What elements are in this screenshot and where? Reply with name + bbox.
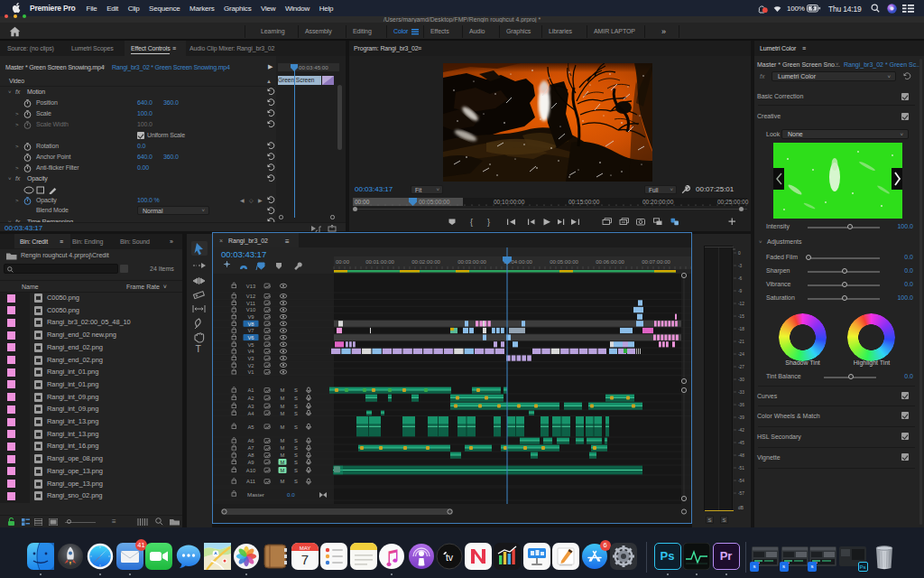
svg-text:00:05:00:00: 00:05:00:00 xyxy=(550,259,578,265)
svg-text:M: M xyxy=(281,411,285,416)
svg-text:M: M xyxy=(281,424,285,430)
svg-text:V4: V4 xyxy=(247,349,254,354)
svg-text:V7: V7 xyxy=(247,328,254,333)
svg-text:-12: -12 xyxy=(738,302,744,306)
svg-text:-33: -33 xyxy=(738,390,744,395)
svg-text:V5: V5 xyxy=(247,342,254,348)
svg-text:M: M xyxy=(281,404,285,409)
svg-text:M: M xyxy=(281,438,285,443)
svg-text:-30: -30 xyxy=(738,378,744,382)
svg-text:-48: -48 xyxy=(738,453,744,458)
svg-text:S: S xyxy=(294,479,298,484)
svg-text:A9: A9 xyxy=(247,460,254,465)
svg-text:M: M xyxy=(281,468,285,473)
svg-text:00:03:00:00: 00:03:00:00 xyxy=(457,259,486,265)
svg-text:A1: A1 xyxy=(247,387,254,393)
svg-text:00:00: 00:00 xyxy=(336,259,350,265)
svg-text:Master: Master xyxy=(247,491,264,498)
svg-text:V8: V8 xyxy=(247,322,254,327)
svg-text:V2: V2 xyxy=(247,363,254,368)
svg-text:S: S xyxy=(294,438,298,443)
svg-text:-45: -45 xyxy=(738,441,744,445)
svg-text:-42: -42 xyxy=(738,428,744,433)
svg-text:-21: -21 xyxy=(738,340,744,344)
svg-text:7: 7 xyxy=(300,552,308,567)
svg-text:-18: -18 xyxy=(738,327,744,331)
svg-text:V11: V11 xyxy=(246,301,255,306)
svg-text:A4: A4 xyxy=(247,411,254,416)
svg-text:M: M xyxy=(281,445,285,451)
svg-text:M: M xyxy=(281,387,285,393)
svg-text:}: } xyxy=(487,218,490,227)
svg-text:{: { xyxy=(470,218,473,227)
svg-text:00:07:00:00: 00:07:00:00 xyxy=(642,259,670,265)
svg-text:A6: A6 xyxy=(247,438,254,443)
svg-text:00:01:00:00: 00:01:00:00 xyxy=(365,259,394,265)
svg-text:-39: -39 xyxy=(738,415,744,420)
svg-text:0.0: 0.0 xyxy=(287,491,295,498)
svg-text:S: S xyxy=(294,411,298,416)
svg-text:S: S xyxy=(294,404,298,409)
svg-text:-24: -24 xyxy=(738,352,744,357)
svg-text:S: S xyxy=(294,396,298,401)
svg-text:V1: V1 xyxy=(247,369,254,375)
svg-text:S: S xyxy=(294,424,298,430)
svg-text:-9: -9 xyxy=(738,289,743,294)
svg-text:tv: tv xyxy=(446,552,454,563)
svg-text:S: S xyxy=(294,460,298,465)
svg-text:M: M xyxy=(281,479,285,484)
svg-text:00:02:00:00: 00:02:00:00 xyxy=(411,259,440,265)
svg-text:×: × xyxy=(219,238,223,244)
svg-text:-15: -15 xyxy=(738,314,744,319)
svg-text:A10: A10 xyxy=(246,468,255,473)
svg-text:V3: V3 xyxy=(247,356,254,361)
svg-text:A8: A8 xyxy=(247,452,254,458)
svg-text:0: 0 xyxy=(738,251,741,256)
svg-text:A2: A2 xyxy=(247,396,254,401)
svg-text:V6: V6 xyxy=(247,335,254,340)
svg-text:M: M xyxy=(281,452,285,458)
svg-text:M: M xyxy=(281,396,285,401)
svg-text:A3: A3 xyxy=(247,404,254,409)
svg-text:00:03:43:17: 00:03:43:17 xyxy=(221,249,266,259)
svg-text:Rangi_br3_02: Rangi_br3_02 xyxy=(228,238,268,245)
svg-text:S: S xyxy=(294,452,298,458)
svg-text:-51: -51 xyxy=(738,466,744,471)
svg-text:00:06:00:00: 00:06:00:00 xyxy=(596,259,624,265)
svg-text:-57: -57 xyxy=(738,491,744,496)
svg-text:MAY: MAY xyxy=(299,545,310,551)
svg-text:dB: dB xyxy=(738,506,744,510)
svg-text:-6: -6 xyxy=(738,276,743,281)
svg-text:≡: ≡ xyxy=(285,238,290,246)
svg-text:A5: A5 xyxy=(247,424,254,430)
svg-text:V9: V9 xyxy=(247,314,254,320)
svg-text:A7: A7 xyxy=(247,445,254,451)
svg-text:M: M xyxy=(281,460,285,465)
svg-text:-27: -27 xyxy=(738,365,744,369)
svg-text:S: S xyxy=(294,468,298,473)
svg-text:-3: -3 xyxy=(738,264,743,268)
svg-text:-54: -54 xyxy=(738,479,744,483)
svg-text:A11: A11 xyxy=(246,479,255,484)
svg-text:-36: -36 xyxy=(738,403,744,407)
svg-text:V12: V12 xyxy=(246,294,255,299)
svg-text:S: S xyxy=(294,445,298,451)
svg-text:V10: V10 xyxy=(246,307,255,312)
svg-text:T: T xyxy=(196,343,202,354)
svg-text:S: S xyxy=(294,387,298,393)
svg-text:V13: V13 xyxy=(246,284,255,289)
